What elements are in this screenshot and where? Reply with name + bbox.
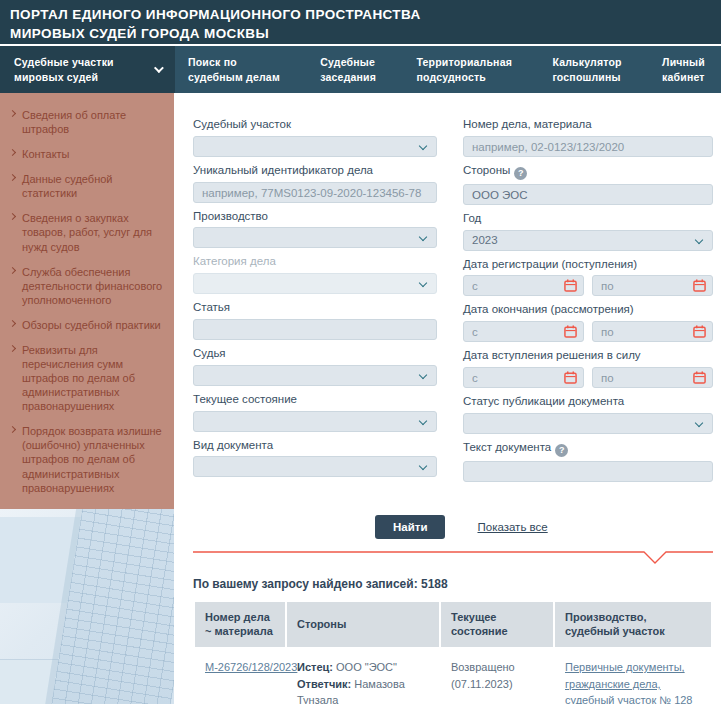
- article-label: Статья: [193, 301, 437, 315]
- photo-building-block: [0, 659, 60, 704]
- current-state-label: Текущее состояние: [193, 393, 437, 407]
- reg-date-label: Дата регистрации (поступления): [463, 258, 713, 272]
- case-number-input[interactable]: [464, 137, 712, 156]
- doc-text-label: Текст документа?: [463, 441, 713, 457]
- chevron-down-icon: [419, 233, 427, 241]
- nav-item-personal-account[interactable]: Личный кабинет: [662, 55, 705, 83]
- court-site-group: Судебный участок: [193, 118, 437, 157]
- sidebar: Сведения об оплате штрафов Контакты Данн…: [0, 93, 174, 509]
- nav-item-territorial-jurisdiction[interactable]: Территориальная подсудность: [416, 55, 512, 83]
- left-column: Сведения об оплате штрафов Контакты Данн…: [0, 93, 174, 704]
- category-label: Категория дела: [193, 255, 437, 269]
- chevron-down-icon: [695, 418, 703, 426]
- court-site-select[interactable]: [193, 136, 437, 157]
- calendar-icon[interactable]: [564, 325, 577, 338]
- table-header-row: Номер дела ~ материала Стороны Текущее с…: [195, 602, 711, 648]
- end-date-from-field: [463, 321, 584, 342]
- col-header-parties: Стороны: [287, 602, 439, 648]
- chevron-right-icon: [9, 174, 16, 181]
- nav-item-court-sites[interactable]: Судебные участки мировых судей: [0, 46, 175, 93]
- doc-text-input[interactable]: [464, 462, 712, 481]
- current-state-select[interactable]: [193, 411, 437, 432]
- sidebar-item-fine-refund-procedure[interactable]: Порядок возврата излишне (ошибочно) упла…: [10, 424, 164, 494]
- sidebar-item-fine-transfer-details[interactable]: Реквизиты для перечисления сумм штрафов …: [10, 343, 164, 413]
- chevron-right-icon: [9, 426, 16, 433]
- calendar-icon[interactable]: [693, 371, 706, 384]
- case-number-link[interactable]: М-26726/128/2023: [205, 661, 297, 673]
- sidebar-item-label: Порядок возврата излишне (ошибочно) упла…: [22, 424, 164, 494]
- find-button[interactable]: Найти: [375, 515, 445, 539]
- category-select[interactable]: [193, 273, 437, 294]
- sidebar-item-practice-reviews[interactable]: Обзоры судебной практики: [10, 318, 164, 332]
- proceeding-group: Производство: [193, 210, 437, 249]
- help-glyph: ?: [559, 445, 565, 456]
- uid-label: Уникальный идентификатор дела: [193, 164, 437, 178]
- proceeding-label: Производство: [193, 210, 437, 224]
- parties-label-text: Стороны: [463, 164, 510, 176]
- end-date-label: Дата окончания (рассмотрения): [463, 303, 713, 317]
- nav-rest: Поиск по судебным делам Судебные заседан…: [175, 46, 721, 93]
- doc-type-select[interactable]: [193, 456, 437, 477]
- force-date-from-field: [463, 367, 584, 388]
- calendar-icon[interactable]: [693, 325, 706, 338]
- court-site-label: Судебный участок: [193, 118, 437, 132]
- category-group: Категория дела: [193, 255, 437, 294]
- article-group: Статья: [193, 301, 437, 340]
- section-divider: [193, 551, 713, 565]
- force-date-label: Дата вступления решения в силу: [463, 349, 713, 363]
- proceeding-select[interactable]: [193, 227, 437, 248]
- chevron-right-icon: [9, 110, 16, 117]
- sidebar-item-fines-payment[interactable]: Сведения об оплате штрафов: [10, 108, 164, 136]
- defendant-label: Ответчик:: [297, 678, 351, 690]
- uid-group: Уникальный идентификатор дела: [193, 164, 437, 203]
- pub-status-group: Статус публикации документа: [463, 395, 713, 434]
- help-icon[interactable]: ?: [514, 167, 527, 180]
- sidebar-item-ombudsman-service[interactable]: Служба обеспечения деятельности финансов…: [10, 265, 164, 307]
- case-search-form: Судебный участок Уникальный идентификато…: [193, 118, 713, 489]
- col-header-production: Производство, судебный участок: [555, 602, 711, 648]
- show-all-link[interactable]: Показать все: [477, 521, 547, 533]
- pub-status-select[interactable]: [463, 413, 713, 434]
- judge-select[interactable]: [193, 365, 437, 386]
- nav-item-case-search[interactable]: Поиск по судебным делам: [188, 55, 280, 83]
- chevron-down-icon: [154, 63, 164, 73]
- sidebar-item-procurement[interactable]: Сведения о закупках товаров, работ, услу…: [10, 211, 164, 253]
- chevron-down-icon: [419, 371, 427, 379]
- pub-status-label: Статус публикации документа: [463, 395, 713, 409]
- sidebar-item-label: Сведения о закупках товаров, работ, услу…: [22, 211, 164, 253]
- end-date-to-field: [592, 321, 713, 342]
- judge-label: Судья: [193, 347, 437, 361]
- year-group: Год 2023: [463, 212, 713, 251]
- help-icon[interactable]: ?: [555, 444, 568, 457]
- main-content: Судебный участок Уникальный идентификато…: [174, 93, 721, 704]
- doc-type-label: Вид документа: [193, 439, 437, 453]
- nav-item-fee-calculator[interactable]: Калькулятор госпошлины: [552, 55, 621, 83]
- results-table: Номер дела ~ материала Стороны Текущее с…: [193, 600, 713, 704]
- sidebar-item-label: Служба обеспечения деятельности финансов…: [22, 265, 164, 307]
- plaintiff-name: ООО "ЭОС": [336, 661, 397, 673]
- chevron-right-icon: [9, 345, 16, 352]
- sidebar-item-statistics[interactable]: Данные судебной статистики: [10, 172, 164, 200]
- reg-date-group: Дата регистрации (поступления): [463, 258, 713, 297]
- calendar-icon[interactable]: [693, 279, 706, 292]
- nav-item-hearings[interactable]: Судебные заседания: [320, 55, 376, 83]
- col-header-current-state: Текущее состояние: [441, 602, 553, 648]
- col-header-case-number[interactable]: Номер дела ~ материала: [195, 602, 285, 648]
- results-summary: По вашему запросу найдено записей: 5188: [193, 577, 713, 591]
- chevron-right-icon: [9, 320, 16, 327]
- calendar-icon[interactable]: [564, 371, 577, 384]
- calendar-icon[interactable]: [564, 279, 577, 292]
- article-input[interactable]: [194, 320, 436, 339]
- chevron-down-icon: [419, 142, 427, 150]
- year-label: Год: [463, 212, 713, 226]
- chevron-down-icon: [419, 279, 427, 287]
- parties-group: Стороны?: [463, 164, 713, 205]
- sidebar-item-label: Данные судебной статистики: [22, 172, 164, 200]
- sidebar-item-contacts[interactable]: Контакты: [10, 147, 164, 161]
- form-column-right: Номер дела, материала Стороны? Год: [463, 118, 713, 489]
- parties-input[interactable]: [464, 185, 712, 204]
- case-state: Возвращено (07.11.2023): [451, 661, 515, 690]
- uid-input[interactable]: [194, 183, 436, 202]
- year-select[interactable]: 2023: [463, 230, 713, 251]
- production-link[interactable]: Первичные документы, гражданские дела, с…: [565, 661, 693, 704]
